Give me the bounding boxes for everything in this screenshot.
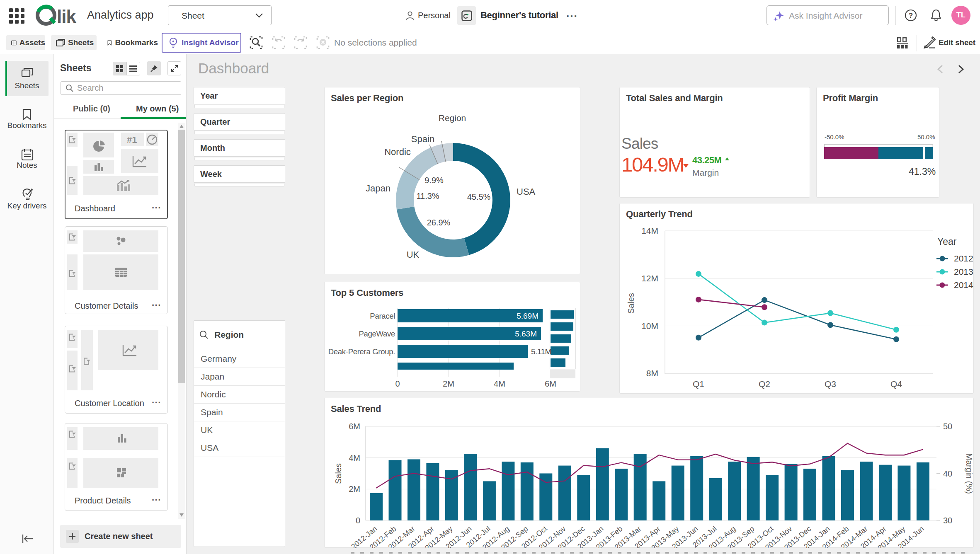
svg-text:Region: Region bbox=[439, 113, 466, 123]
svg-text:Sales: Sales bbox=[334, 463, 343, 484]
svg-text:5.63M: 5.63M bbox=[515, 329, 537, 338]
svg-text:2M: 2M bbox=[349, 484, 360, 494]
svg-text:Q2: Q2 bbox=[759, 379, 770, 389]
svg-text:Q1: Q1 bbox=[693, 379, 704, 389]
svg-text:26.9%: 26.9% bbox=[427, 218, 451, 227]
svg-text:Paracel: Paracel bbox=[370, 312, 395, 320]
svg-text:Sales: Sales bbox=[626, 293, 636, 314]
svg-text:Q3: Q3 bbox=[825, 379, 836, 389]
svg-text:12M: 12M bbox=[641, 273, 658, 283]
svg-text:10M: 10M bbox=[641, 321, 658, 331]
svg-text:UK: UK bbox=[407, 249, 420, 260]
svg-text:0: 0 bbox=[356, 516, 360, 525]
svg-text:PageWave: PageWave bbox=[359, 329, 395, 338]
svg-text:2013: 2013 bbox=[954, 267, 973, 276]
svg-text:50: 50 bbox=[943, 422, 952, 431]
svg-text:9.9%: 9.9% bbox=[425, 176, 444, 185]
svg-text:USA: USA bbox=[517, 186, 536, 197]
svg-text:6M: 6M bbox=[545, 379, 556, 388]
svg-text:4M: 4M bbox=[494, 379, 505, 388]
svg-text:40: 40 bbox=[943, 469, 952, 478]
svg-text:8M: 8M bbox=[646, 368, 658, 378]
svg-text:14M: 14M bbox=[641, 226, 658, 235]
svg-text:2014: 2014 bbox=[954, 280, 973, 290]
svg-text:Year: Year bbox=[937, 236, 957, 247]
svg-text:Nordic: Nordic bbox=[384, 147, 411, 157]
svg-text:4M: 4M bbox=[349, 453, 360, 462]
svg-text:lik: lik bbox=[57, 6, 76, 27]
svg-text:5.69M: 5.69M bbox=[517, 312, 539, 320]
svg-text:45.5%: 45.5% bbox=[467, 192, 491, 201]
svg-text:2012: 2012 bbox=[954, 254, 973, 263]
svg-text:30: 30 bbox=[943, 516, 952, 525]
svg-text:Spain: Spain bbox=[411, 134, 434, 144]
svg-text:6M: 6M bbox=[349, 422, 360, 431]
svg-text:Q4: Q4 bbox=[890, 379, 902, 389]
svg-text:Margin (%): Margin (%) bbox=[965, 453, 974, 494]
svg-text:5.11M: 5.11M bbox=[531, 347, 551, 356]
svg-text:2M: 2M bbox=[443, 379, 454, 388]
svg-text:11.3%: 11.3% bbox=[416, 191, 439, 201]
svg-text:Deak-Perera Group.: Deak-Perera Group. bbox=[328, 347, 395, 356]
svg-text:?: ? bbox=[909, 12, 913, 19]
svg-text:0: 0 bbox=[395, 379, 400, 388]
svg-text:Japan: Japan bbox=[366, 183, 391, 194]
